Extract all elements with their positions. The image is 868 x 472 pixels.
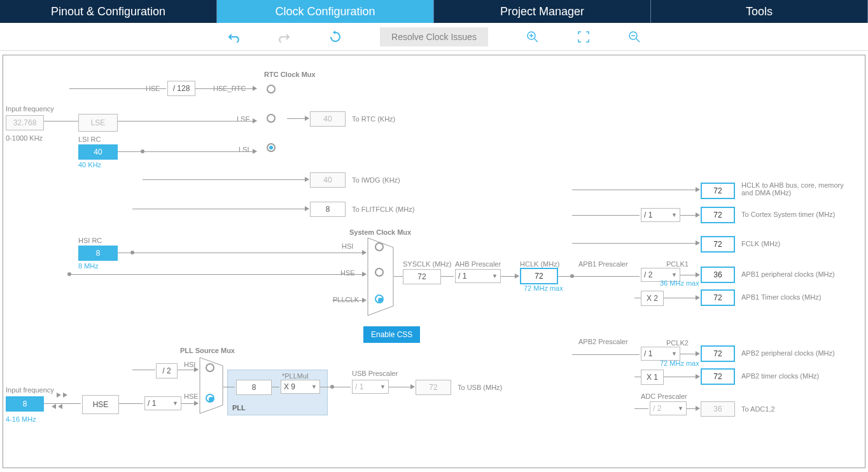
usb-pre-select[interactable]: / 1▼ bbox=[352, 380, 389, 394]
line bbox=[132, 370, 155, 370]
apb2p-out-field: 72 bbox=[701, 345, 735, 362]
arrow-left-icon bbox=[52, 404, 56, 409]
hclk-max-label: 72 MHz max bbox=[524, 284, 563, 292]
tab-bar: Pinout & Configuration Clock Configurati… bbox=[0, 0, 868, 23]
pll-mux-hse[interactable] bbox=[206, 394, 214, 403]
lsi-khz-label: 40 KHz bbox=[78, 161, 101, 169]
hse-freq-field[interactable]: 8 bbox=[6, 396, 44, 412]
apb2t-out-label: APB2 timer clocks (MHz) bbox=[741, 372, 819, 380]
rtc-mux-hse[interactable] bbox=[267, 85, 276, 94]
arrow-icon bbox=[410, 384, 415, 389]
arrow-icon bbox=[696, 187, 700, 192]
line bbox=[572, 243, 699, 244]
usb-pre-label: USB Prescaler bbox=[352, 370, 398, 377]
svg-line-5 bbox=[636, 39, 640, 42]
arrow-icon bbox=[305, 116, 309, 121]
sys-mux-hsi[interactable] bbox=[375, 242, 384, 251]
enable-css-button[interactable]: Enable CSS bbox=[363, 326, 420, 343]
apb2-pre-label: APB2 Prescaler bbox=[578, 338, 628, 345]
arrow-icon bbox=[362, 250, 367, 255]
refresh-icon[interactable] bbox=[329, 31, 342, 43]
apb2-pre-select[interactable]: / 1▼ bbox=[641, 347, 680, 361]
zoom-in-icon[interactable] bbox=[526, 31, 539, 43]
line bbox=[332, 300, 365, 301]
hsi-rc-label: HSI RC bbox=[78, 237, 102, 244]
svg-line-1 bbox=[535, 39, 538, 42]
undo-icon[interactable] bbox=[227, 31, 240, 43]
hse-box: HSE bbox=[82, 395, 119, 414]
sys-mux-hse[interactable] bbox=[375, 268, 384, 277]
line bbox=[441, 276, 454, 277]
tab-pinout[interactable]: Pinout & Configuration bbox=[0, 0, 217, 23]
arrow-icon bbox=[57, 392, 61, 398]
arrow-icon bbox=[362, 272, 367, 277]
to-usb-label: To USB (MHz) bbox=[458, 384, 502, 391]
pclk1-max-label: 36 MHz max bbox=[660, 279, 699, 287]
lse-freq-field[interactable]: 32.768 bbox=[6, 115, 44, 130]
junction-dot bbox=[141, 149, 144, 153]
pll-mux-hsi[interactable] bbox=[206, 363, 214, 372]
pclk1-label: PCLK1 bbox=[666, 260, 689, 268]
iwdg-out-field: 40 bbox=[310, 172, 346, 188]
sys-pllclk-label: PLLCLK bbox=[333, 296, 359, 303]
to-rtc-label: To RTC (KHz) bbox=[352, 115, 395, 123]
line bbox=[572, 190, 699, 190]
to-flitf-label: To FLITFCLK (MHz) bbox=[352, 205, 414, 213]
sys-mux-label: System Clock Mux bbox=[349, 228, 411, 236]
hsi-box: 8 bbox=[78, 246, 118, 261]
arrow-icon bbox=[696, 351, 700, 356]
redo-icon[interactable] bbox=[278, 31, 291, 43]
fullscreen-icon[interactable] bbox=[577, 31, 590, 43]
arrow-icon bbox=[253, 86, 257, 91]
zoom-out-icon[interactable] bbox=[628, 31, 641, 43]
rtc-mux-lsi[interactable] bbox=[267, 143, 276, 152]
pll-label: PLL bbox=[232, 404, 246, 412]
sys-mux-pllclk[interactable] bbox=[375, 295, 384, 303]
tab-clock[interactable]: Clock Configuration bbox=[217, 0, 434, 23]
apb1t-out-label: APB1 Timer clocks (MHz) bbox=[741, 293, 821, 301]
lsi-box: 40 bbox=[78, 144, 118, 160]
tab-tools[interactable]: Tools bbox=[651, 0, 868, 23]
apb1p-out-label: APB1 peripheral clocks (MHz) bbox=[741, 270, 835, 278]
pllmul-select[interactable]: X 9▼ bbox=[281, 380, 320, 394]
hclk-field[interactable]: 72 bbox=[520, 268, 558, 284]
adc-pre-label: ADC Prescaler bbox=[641, 392, 687, 400]
lsi-mux-label: LSI bbox=[239, 146, 249, 153]
line bbox=[634, 408, 648, 409]
hse-div-select[interactable]: / 1▼ bbox=[144, 396, 181, 410]
cortex-out-field: 72 bbox=[701, 207, 735, 223]
arrow-icon bbox=[194, 401, 199, 406]
arrow-icon bbox=[305, 206, 309, 211]
resolve-clock-issues-button[interactable]: Resolve Clock Issues bbox=[380, 27, 488, 46]
sysclk-field: 72 bbox=[403, 269, 441, 284]
apb1p-out-field: 36 bbox=[701, 267, 735, 283]
pclk2-label: PCLK2 bbox=[666, 339, 689, 347]
rtc-out-field: 40 bbox=[310, 111, 346, 127]
pll-src-label: PLL Source Mux bbox=[180, 347, 235, 354]
pll-in-field: 8 bbox=[236, 380, 272, 395]
adc-pre-select[interactable]: / 2▼ bbox=[650, 401, 687, 415]
usb-out-field: 72 bbox=[416, 380, 451, 395]
clock-diagram: Input frequency 32.768 0-1000 KHz LSE LS… bbox=[3, 55, 865, 468]
line bbox=[634, 298, 641, 298]
lsi-rc-label: LSI RC bbox=[78, 135, 101, 143]
lse-box: LSE bbox=[78, 114, 118, 132]
line bbox=[664, 377, 699, 377]
lse-mux-label: LSE bbox=[237, 115, 250, 123]
rtc-mux-lse[interactable] bbox=[267, 114, 276, 123]
pll-hse-label: HSE bbox=[184, 392, 199, 400]
ahb-prescaler-select[interactable]: / 1▼ bbox=[455, 269, 501, 283]
arrow-icon bbox=[305, 177, 309, 182]
arrow-icon bbox=[253, 149, 257, 154]
rtc-mux-label: RTC Clock Mux bbox=[264, 71, 316, 78]
junction-dot bbox=[67, 272, 71, 276]
toolbar: Resolve Clock Issues bbox=[0, 23, 868, 51]
cortex-div-select[interactable]: / 1▼ bbox=[641, 208, 680, 222]
line bbox=[223, 387, 235, 387]
tab-project[interactable]: Project Manager bbox=[434, 0, 651, 23]
arrow-icon bbox=[696, 295, 700, 300]
div2-box: / 2 bbox=[156, 363, 178, 378]
line bbox=[3, 450, 4, 472]
line bbox=[118, 121, 256, 121]
junction-dot bbox=[330, 385, 334, 389]
